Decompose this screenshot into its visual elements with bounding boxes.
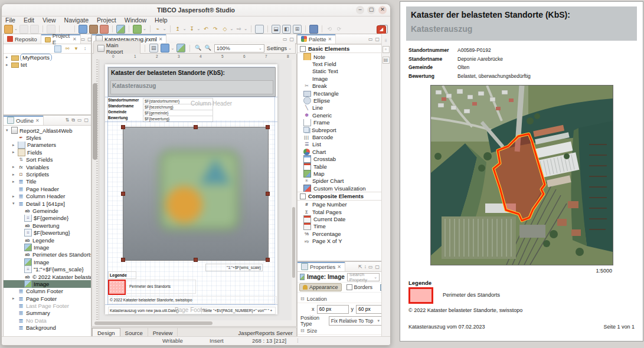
palette-item[interactable]: Page Number bbox=[298, 201, 382, 208]
move-down-icon[interactable]: ↧ bbox=[188, 25, 196, 33]
close-tab-icon[interactable]: ✕ bbox=[35, 118, 40, 123]
report-book-icon[interactable] bbox=[309, 25, 318, 34]
outline-tree-item[interactable]: Page Header bbox=[4, 185, 91, 192]
canvas-horizontal-scrollbar[interactable] bbox=[91, 320, 297, 327]
resize-handle[interactable] bbox=[121, 125, 125, 129]
image-tool-icon[interactable] bbox=[116, 25, 125, 34]
palette-item[interactable]: Frame bbox=[298, 119, 382, 126]
outline-tree-item[interactable]: Summary bbox=[4, 310, 91, 317]
data-adapter-icon[interactable] bbox=[133, 25, 142, 34]
outline-tree-item[interactable]: Perimeter des Standorts bbox=[4, 251, 91, 258]
page-format-icon[interactable]: ▤ bbox=[149, 44, 158, 52]
layout-grid-icon[interactable]: ⊞ bbox=[293, 25, 302, 34]
palette-section-composite[interactable]: Composite Elements bbox=[298, 192, 382, 201]
canvas-vertical-scrollbar[interactable] bbox=[292, 60, 296, 320]
maximize-button[interactable]: ▢ bbox=[367, 6, 375, 14]
maximize-panel-icon[interactable]: ▢ bbox=[375, 37, 380, 42]
close-button[interactable]: ✕ bbox=[378, 6, 387, 14]
palette-item[interactable]: Line bbox=[298, 104, 382, 111]
view-menu-icon[interactable]: ⁞ bbox=[365, 264, 366, 270]
minimized-report-icon[interactable]: ▤ bbox=[383, 57, 390, 64]
outline-tree-item[interactable]: Sort Fields bbox=[4, 156, 91, 163]
undo-icon[interactable]: ↶ bbox=[202, 25, 210, 33]
search-property-combo[interactable]: Search Property ⌄ bbox=[347, 273, 380, 281]
resize-handle[interactable] bbox=[266, 192, 270, 196]
tab-borders[interactable]: Borders bbox=[344, 284, 376, 291]
wizard-icon[interactable]: ⌁ bbox=[154, 25, 162, 33]
publish-icon[interactable] bbox=[79, 25, 87, 34]
design-footer-right-textfield[interactable]: "Seite "+$V{PAGE_NUMBER}+" von"" " + bbox=[201, 307, 276, 314]
maximize-panel-icon[interactable]: ▢ bbox=[84, 117, 89, 123]
menu-item[interactable]: Window bbox=[125, 17, 146, 24]
menu-item[interactable]: View bbox=[43, 17, 56, 24]
design-subtitle-text[interactable]: Katasterauszug bbox=[111, 81, 273, 89]
outline-tree-item[interactable]: ▸ Variables bbox=[4, 163, 91, 170]
view-menu-icon[interactable]: ⁞ bbox=[82, 46, 88, 52]
outline-tree-item[interactable]: ▸ Scriptlets bbox=[4, 170, 91, 178]
new-report-icon[interactable] bbox=[4, 25, 13, 34]
palette-item[interactable]: Image bbox=[298, 75, 382, 82]
outline-tree-item[interactable]: Image bbox=[4, 280, 91, 287]
palette-item[interactable]: Spider Chart bbox=[298, 178, 382, 185]
outline-tree-item[interactable]: No Data bbox=[4, 317, 91, 324]
palette-item[interactable]: Page X of Y bbox=[298, 237, 382, 244]
palette-item[interactable]: Break bbox=[298, 83, 382, 90]
collapse-all-icon[interactable] bbox=[54, 45, 61, 52]
minimize-panel-icon[interactable]: ▭ bbox=[368, 264, 373, 270]
location-section-header[interactable]: ⊟ Location bbox=[298, 295, 382, 303]
palette-item[interactable]: Custom Visualization bbox=[298, 185, 382, 192]
redo-icon[interactable]: ↷ bbox=[211, 25, 219, 33]
resize-handle[interactable] bbox=[266, 125, 270, 129]
jasperreports-perspective-icon[interactable]: ◢ bbox=[377, 25, 386, 34]
back-history-icon[interactable]: ⟲ bbox=[326, 25, 334, 33]
outline-tree-item[interactable]: ▾ Report2_Altlast4Web bbox=[4, 127, 91, 134]
maximize-panel-icon[interactable]: ▢ bbox=[289, 37, 294, 42]
palette-item[interactable]: List bbox=[298, 141, 382, 148]
palette-item[interactable]: Generic bbox=[298, 111, 382, 119]
collapse-section-icon[interactable]: ⊟ bbox=[300, 328, 305, 333]
palette-item[interactable]: Subreport bbox=[298, 126, 382, 133]
outline-tree-item[interactable]: Legende bbox=[4, 237, 91, 244]
export-preview-icon[interactable] bbox=[161, 44, 169, 52]
palette-section-basic[interactable]: Basic Elements bbox=[298, 44, 382, 53]
design-perimeter-label[interactable]: Perimeter des Standorts bbox=[126, 280, 196, 294]
design-title-band[interactable]: Kataster der belasteten Standorte (KbS):… bbox=[108, 67, 276, 97]
filter-icon[interactable]: ▼ bbox=[73, 46, 79, 52]
palette-item[interactable]: Percentage bbox=[298, 230, 382, 237]
design-title-text[interactable]: Kataster der belasteten Standorte (KbS): bbox=[111, 70, 225, 76]
report-page-design[interactable]: Kataster der belasteten Standorte (KbS):… bbox=[105, 64, 277, 314]
palette-item[interactable]: Total Pages bbox=[298, 208, 382, 215]
tab-appearance[interactable]: Appearance bbox=[299, 283, 342, 291]
layout-vertical-icon[interactable]: ◧ bbox=[282, 25, 291, 34]
menu-item[interactable]: Navigate bbox=[64, 17, 89, 24]
design-map-image-selected[interactable] bbox=[123, 127, 269, 261]
design-field-row[interactable]: Gemeinde$F{gemeinde} bbox=[108, 110, 213, 116]
minimized-view-icon[interactable]: ▫ bbox=[383, 46, 390, 53]
minimize-button[interactable]: – bbox=[356, 6, 364, 14]
tab-repository-explorer[interactable]: Reposito bbox=[4, 34, 41, 44]
close-tab-icon[interactable]: ✕ bbox=[159, 37, 163, 42]
outline-tree-item[interactable]: $F{gemeinde} bbox=[4, 215, 91, 222]
link-editor-icon[interactable]: ⚯ bbox=[64, 46, 70, 52]
outline-tree-item[interactable]: ▸ Title bbox=[4, 178, 91, 185]
close-tab-icon[interactable]: ✕ bbox=[337, 264, 341, 270]
forward-icon[interactable]: ⇨ bbox=[235, 25, 243, 33]
size-section-header[interactable]: ⊟ Size bbox=[298, 327, 382, 335]
save-all-icon[interactable] bbox=[30, 25, 39, 34]
y-position-input[interactable] bbox=[356, 305, 383, 314]
snapshot-icon[interactable] bbox=[176, 44, 185, 52]
palette-item[interactable]: Crosstab bbox=[298, 155, 382, 162]
outline-tree-item[interactable]: Background bbox=[4, 324, 91, 331]
design-legende-label[interactable]: Legende bbox=[108, 271, 136, 279]
layout-horizontal-icon[interactable]: ⬓ bbox=[272, 25, 280, 34]
thumbnail-view-icon[interactable]: ⧉ bbox=[71, 117, 75, 123]
palette-item[interactable]: Ellipse bbox=[298, 97, 382, 104]
resize-handle[interactable] bbox=[194, 258, 198, 262]
palette-item[interactable]: Chart bbox=[298, 148, 382, 155]
menu-item[interactable]: File bbox=[5, 17, 15, 24]
palette-item[interactable]: Time bbox=[298, 223, 382, 230]
palette-item[interactable]: Note bbox=[298, 53, 382, 60]
outline-tree-item[interactable]: Image bbox=[4, 244, 91, 251]
design-canvas[interactable]: Kataster der belasteten Standorte (KbS):… bbox=[91, 60, 297, 321]
new-window-icon[interactable] bbox=[255, 25, 264, 34]
